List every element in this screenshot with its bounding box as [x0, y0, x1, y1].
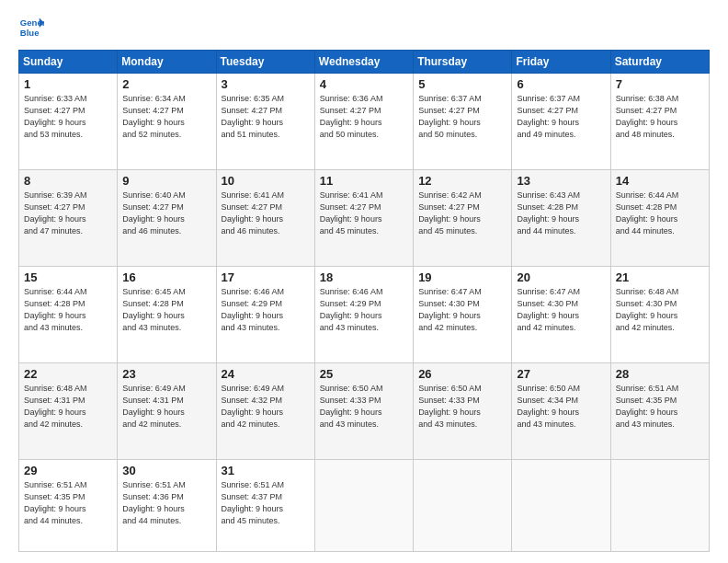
weekday-monday: Monday [118, 51, 216, 74]
day-number: 7 [616, 77, 704, 91]
day-info: Sunrise: 6:41 AM Sunset: 4:27 PM Dayligh… [320, 190, 408, 237]
day-info: Sunrise: 6:42 AM Sunset: 4:27 PM Dayligh… [418, 190, 506, 237]
day-info: Sunrise: 6:46 AM Sunset: 4:29 PM Dayligh… [320, 286, 408, 334]
day-number: 23 [122, 367, 210, 381]
calendar-body: 1Sunrise: 6:33 AM Sunset: 4:27 PM Daylig… [19, 74, 710, 552]
day-number: 18 [320, 270, 408, 284]
day-number: 17 [222, 270, 310, 284]
day-number: 10 [222, 174, 310, 188]
day-info: Sunrise: 6:37 AM Sunset: 4:27 PM Dayligh… [517, 93, 605, 141]
day-info: Sunrise: 6:37 AM Sunset: 4:27 PM Dayligh… [418, 93, 506, 141]
day-info: Sunrise: 6:49 AM Sunset: 4:32 PM Dayligh… [222, 383, 310, 431]
calendar-cell: 13Sunrise: 6:43 AM Sunset: 4:28 PM Dayli… [512, 169, 610, 266]
calendar-cell [512, 459, 610, 551]
day-number: 4 [320, 77, 408, 91]
calendar-cell: 30Sunrise: 6:51 AM Sunset: 4:36 PM Dayli… [118, 459, 216, 551]
day-number: 6 [517, 77, 605, 91]
calendar-cell: 24Sunrise: 6:49 AM Sunset: 4:32 PM Dayli… [216, 362, 314, 459]
logo: General Blue [18, 15, 44, 40]
day-info: Sunrise: 6:35 AM Sunset: 4:27 PM Dayligh… [222, 93, 310, 141]
day-number: 1 [24, 77, 112, 91]
day-number: 12 [418, 174, 506, 188]
day-info: Sunrise: 6:51 AM Sunset: 4:35 PM Dayligh… [616, 383, 704, 431]
weekday-thursday: Thursday [414, 51, 512, 74]
calendar-cell: 2Sunrise: 6:34 AM Sunset: 4:27 PM Daylig… [118, 74, 216, 170]
calendar-cell: 27Sunrise: 6:50 AM Sunset: 4:34 PM Dayli… [512, 362, 610, 459]
day-number: 24 [222, 367, 310, 381]
day-info: Sunrise: 6:50 AM Sunset: 4:34 PM Dayligh… [517, 383, 605, 431]
day-info: Sunrise: 6:51 AM Sunset: 4:37 PM Dayligh… [222, 479, 310, 527]
day-info: Sunrise: 6:40 AM Sunset: 4:27 PM Dayligh… [122, 190, 210, 237]
calendar-cell: 7Sunrise: 6:38 AM Sunset: 4:27 PM Daylig… [610, 74, 709, 170]
day-info: Sunrise: 6:47 AM Sunset: 4:30 PM Dayligh… [418, 286, 506, 334]
day-number: 5 [418, 77, 506, 91]
day-number: 29 [24, 464, 112, 477]
day-number: 26 [418, 367, 506, 381]
day-number: 14 [616, 174, 704, 188]
day-info: Sunrise: 6:50 AM Sunset: 4:33 PM Dayligh… [320, 383, 408, 431]
day-info: Sunrise: 6:46 AM Sunset: 4:29 PM Dayligh… [222, 286, 310, 334]
calendar-cell: 17Sunrise: 6:46 AM Sunset: 4:29 PM Dayli… [216, 266, 314, 362]
calendar-cell: 9Sunrise: 6:40 AM Sunset: 4:27 PM Daylig… [118, 169, 216, 266]
calendar-cell: 11Sunrise: 6:41 AM Sunset: 4:27 PM Dayli… [314, 169, 413, 266]
day-number: 28 [616, 367, 704, 381]
calendar-cell: 29Sunrise: 6:51 AM Sunset: 4:35 PM Dayli… [19, 459, 118, 551]
day-info: Sunrise: 6:48 AM Sunset: 4:31 PM Dayligh… [24, 383, 112, 431]
calendar-cell: 19Sunrise: 6:47 AM Sunset: 4:30 PM Dayli… [414, 266, 512, 362]
day-info: Sunrise: 6:36 AM Sunset: 4:27 PM Dayligh… [320, 93, 408, 141]
calendar-cell: 5Sunrise: 6:37 AM Sunset: 4:27 PM Daylig… [414, 74, 512, 170]
weekday-friday: Friday [512, 51, 610, 74]
day-info: Sunrise: 6:39 AM Sunset: 4:27 PM Dayligh… [24, 190, 112, 237]
calendar-cell: 26Sunrise: 6:50 AM Sunset: 4:33 PM Dayli… [414, 362, 512, 459]
day-info: Sunrise: 6:44 AM Sunset: 4:28 PM Dayligh… [616, 190, 704, 237]
calendar-cell: 14Sunrise: 6:44 AM Sunset: 4:28 PM Dayli… [610, 169, 709, 266]
calendar-cell [314, 459, 413, 551]
weekday-sunday: Sunday [19, 51, 118, 74]
day-number: 30 [122, 464, 210, 477]
calendar-cell: 22Sunrise: 6:48 AM Sunset: 4:31 PM Dayli… [19, 362, 118, 459]
weekday-wednesday: Wednesday [314, 51, 413, 74]
weekday-tuesday: Tuesday [216, 51, 314, 74]
calendar-cell: 31Sunrise: 6:51 AM Sunset: 4:37 PM Dayli… [216, 459, 314, 551]
day-info: Sunrise: 6:51 AM Sunset: 4:35 PM Dayligh… [24, 479, 112, 527]
calendar-cell: 4Sunrise: 6:36 AM Sunset: 4:27 PM Daylig… [314, 74, 413, 170]
day-number: 9 [122, 174, 210, 188]
calendar-cell: 21Sunrise: 6:48 AM Sunset: 4:30 PM Dayli… [610, 266, 709, 362]
day-number: 31 [222, 464, 310, 477]
calendar-cell: 25Sunrise: 6:50 AM Sunset: 4:33 PM Dayli… [314, 362, 413, 459]
calendar-cell: 16Sunrise: 6:45 AM Sunset: 4:28 PM Dayli… [118, 266, 216, 362]
day-info: Sunrise: 6:33 AM Sunset: 4:27 PM Dayligh… [24, 93, 112, 141]
calendar-cell: 18Sunrise: 6:46 AM Sunset: 4:29 PM Dayli… [314, 266, 413, 362]
calendar-cell: 20Sunrise: 6:47 AM Sunset: 4:30 PM Dayli… [512, 266, 610, 362]
calendar-cell: 28Sunrise: 6:51 AM Sunset: 4:35 PM Dayli… [610, 362, 709, 459]
day-number: 21 [616, 270, 704, 284]
calendar-cell: 8Sunrise: 6:39 AM Sunset: 4:27 PM Daylig… [19, 169, 118, 266]
calendar-cell: 6Sunrise: 6:37 AM Sunset: 4:27 PM Daylig… [512, 74, 610, 170]
day-info: Sunrise: 6:34 AM Sunset: 4:27 PM Dayligh… [122, 93, 210, 141]
svg-text:Blue: Blue [20, 28, 40, 38]
calendar-cell: 10Sunrise: 6:41 AM Sunset: 4:27 PM Dayli… [216, 169, 314, 266]
calendar-cell: 23Sunrise: 6:49 AM Sunset: 4:31 PM Dayli… [118, 362, 216, 459]
logo-icon: General Blue [18, 15, 44, 40]
day-number: 2 [122, 77, 210, 91]
calendar-cell [610, 459, 709, 551]
day-info: Sunrise: 6:47 AM Sunset: 4:30 PM Dayligh… [517, 286, 605, 334]
weekday-header-row: SundayMondayTuesdayWednesdayThursdayFrid… [19, 51, 710, 74]
day-number: 19 [418, 270, 506, 284]
day-info: Sunrise: 6:38 AM Sunset: 4:27 PM Dayligh… [616, 93, 704, 141]
day-number: 16 [122, 270, 210, 284]
calendar-cell [414, 459, 512, 551]
day-info: Sunrise: 6:45 AM Sunset: 4:28 PM Dayligh… [122, 286, 210, 334]
calendar-page: General Blue SundayMondayTuesdayWednesda… [0, 0, 728, 563]
day-number: 22 [24, 367, 112, 381]
day-info: Sunrise: 6:49 AM Sunset: 4:31 PM Dayligh… [122, 383, 210, 431]
day-number: 3 [222, 77, 310, 91]
day-info: Sunrise: 6:44 AM Sunset: 4:28 PM Dayligh… [24, 286, 112, 334]
calendar-table: SundayMondayTuesdayWednesdayThursdayFrid… [18, 50, 710, 552]
day-number: 13 [517, 174, 605, 188]
day-number: 25 [320, 367, 408, 381]
day-number: 11 [320, 174, 408, 188]
calendar-cell: 12Sunrise: 6:42 AM Sunset: 4:27 PM Dayli… [414, 169, 512, 266]
day-number: 8 [24, 174, 112, 188]
day-info: Sunrise: 6:50 AM Sunset: 4:33 PM Dayligh… [418, 383, 506, 431]
